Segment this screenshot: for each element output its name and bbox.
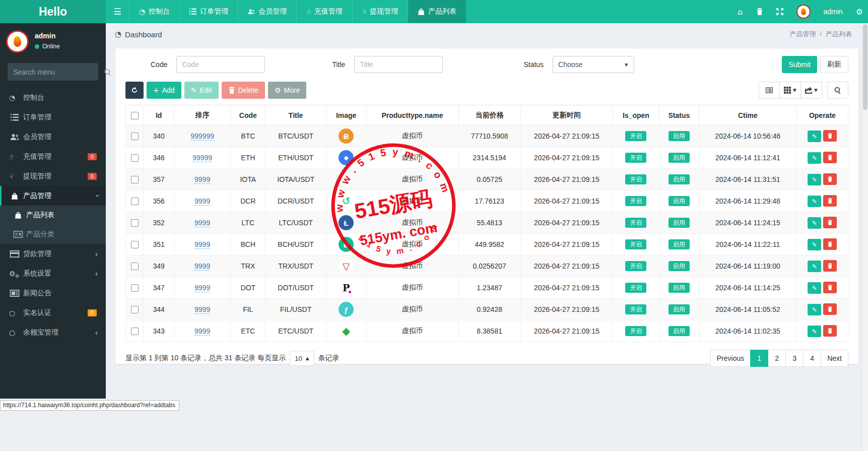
refresh-filter-button[interactable]: 刷新 (820, 56, 848, 73)
row-delete-button[interactable] (823, 238, 837, 250)
navbar-tab-2[interactable]: 订单管理 (179, 0, 238, 23)
navbar-tab-3[interactable]: 会员管理 (238, 0, 296, 23)
row-checkbox[interactable] (131, 284, 139, 292)
row-checkbox[interactable] (131, 154, 139, 162)
sort-value-link[interactable]: 9999 (194, 305, 210, 314)
search-icon[interactable] (104, 68, 111, 76)
breadcrumb-section[interactable]: 产品管理 (789, 30, 816, 39)
title-filter-input[interactable] (354, 56, 443, 73)
sort-value-link[interactable]: 9999 (194, 240, 210, 249)
page-button-next[interactable]: Next (821, 350, 848, 367)
row-checkbox[interactable] (131, 219, 139, 227)
add-button[interactable]: +Add (147, 82, 181, 99)
row-checkbox[interactable] (131, 306, 139, 313)
product-list-panel: Code Title Status Choose ▼ Submit 刷新 +Ad… (115, 48, 859, 364)
export-button[interactable]: ▼ (801, 82, 822, 99)
sidebar-item-3[interactable]: 会员管理 (0, 127, 106, 147)
sort-value-link[interactable]: 9999 (194, 197, 210, 206)
row-checkbox[interactable] (131, 176, 139, 183)
sort-value-link[interactable]: 9999 (194, 327, 210, 336)
sidebar-item-2[interactable]: 订单管理 (0, 107, 106, 127)
sidebar-item-6[interactable]: 产品管理‹ (0, 186, 106, 206)
row-edit-button[interactable]: ✎ (808, 282, 821, 294)
select-all-checkbox[interactable] (131, 112, 139, 119)
row-edit-button[interactable]: ✎ (808, 152, 821, 164)
search-toggle-button[interactable] (827, 82, 848, 99)
row-checkbox[interactable] (131, 263, 139, 270)
sidebar-search-input[interactable] (13, 68, 104, 76)
row-edit-button[interactable]: ✎ (808, 326, 821, 337)
sidebar-item-label: 会员管理 (23, 133, 100, 142)
sidebar-item-7[interactable]: 贷款管理‹ (0, 244, 106, 264)
row-edit-button[interactable]: ✎ (808, 174, 821, 185)
scrollbar-thumb[interactable] (863, 24, 867, 110)
sidebar-item-8[interactable]: ⚙⚙系统设置‹ (0, 264, 106, 283)
refresh-table-button[interactable] (125, 82, 144, 99)
sidebar-subitem-1[interactable]: 产品列表 (0, 206, 106, 225)
page-button-4[interactable]: 4 (803, 350, 821, 367)
brand-logo[interactable]: Hello (0, 0, 106, 23)
user-avatar[interactable] (796, 5, 811, 19)
row-delete-button[interactable] (823, 217, 837, 228)
code-filter-input[interactable] (176, 56, 265, 73)
cell-sort: 9999 (174, 255, 231, 277)
sidebar-item-10[interactable]: ○实名认证0 (0, 303, 106, 323)
sort-value-link[interactable]: 99999 (192, 154, 212, 162)
row-edit-button[interactable]: ✎ (808, 131, 821, 142)
row-edit-button[interactable]: ✎ (808, 261, 821, 272)
sort-value-link[interactable]: 9999 (194, 284, 210, 292)
row-delete-button[interactable] (823, 325, 837, 337)
page-button-2[interactable]: 2 (768, 350, 786, 367)
row-delete-button[interactable] (823, 173, 837, 185)
user-settings-gear-icon[interactable]: ⚙ (856, 7, 863, 17)
row-edit-button[interactable]: ✎ (808, 196, 821, 207)
is-open-badge: 开启 (625, 131, 646, 141)
page-button-3[interactable]: 3 (785, 350, 804, 367)
home-icon[interactable]: ⌂ (738, 7, 743, 17)
fullscreen-icon[interactable] (776, 8, 783, 16)
row-delete-button[interactable] (823, 130, 837, 142)
username[interactable]: admin (824, 8, 843, 16)
sort-value-link[interactable]: 9999 (194, 262, 210, 271)
row-edit-button[interactable]: ✎ (808, 239, 821, 250)
scrollbar[interactable] (862, 23, 868, 451)
sidebar-item-5[interactable]: ☟提现管理0 (0, 166, 106, 186)
sort-value-link[interactable]: 9999 (194, 219, 210, 227)
sidebar-item-9[interactable]: 新闻公告 (0, 283, 106, 303)
row-edit-button[interactable]: ✎ (808, 217, 821, 229)
navbar-tab-1[interactable]: ◔控制台 (129, 0, 179, 23)
page-button-previous[interactable]: Previous (710, 350, 751, 367)
status-filter-select[interactable]: Choose ▼ (553, 56, 634, 73)
row-delete-button[interactable] (823, 282, 837, 293)
navbar-tab-4[interactable]: ☝充值管理 (296, 0, 352, 23)
edit-button-toolbar[interactable]: ✎Edit (184, 82, 219, 99)
row-edit-button[interactable]: ✎ (808, 304, 821, 315)
row-delete-button[interactable] (823, 260, 837, 272)
detail-view-button[interactable] (759, 82, 780, 99)
sidebar-item-1[interactable]: ◔控制台 (0, 88, 106, 107)
row-delete-button[interactable] (823, 152, 837, 163)
submit-button[interactable]: Submit (782, 56, 817, 73)
navbar-tab-5[interactable]: ☟提现管理 (352, 0, 408, 23)
sidebar-toggle-button[interactable]: ☰ (106, 0, 129, 23)
row-checkbox[interactable] (131, 328, 139, 335)
page-size-select[interactable]: 10 ▲ (290, 351, 314, 366)
row-checkbox[interactable] (131, 133, 139, 140)
page-button-1[interactable]: 1 (750, 350, 768, 367)
cell-status: 启用 (659, 299, 699, 320)
sidebar-item-11[interactable]: ○余额宝管理‹ (0, 323, 106, 342)
clear-cache-trash-icon[interactable] (756, 8, 763, 16)
navbar-tab-6[interactable]: 产品列表 (408, 0, 466, 23)
delete-button-toolbar[interactable]: Delete (222, 82, 265, 99)
more-button[interactable]: ⚙More (268, 82, 306, 99)
sidebar-item-4[interactable]: ☝充值管理0 (0, 147, 106, 166)
sort-value-link[interactable]: 999999 (190, 132, 214, 141)
row-checkbox[interactable] (131, 198, 139, 205)
row-delete-button[interactable] (823, 303, 837, 315)
trash-icon (827, 220, 833, 225)
row-delete-button[interactable] (823, 195, 837, 207)
sort-value-link[interactable]: 9999 (194, 175, 210, 184)
sidebar-subitem-2[interactable]: 产品分类 (0, 225, 106, 244)
row-checkbox[interactable] (131, 241, 139, 248)
columns-button[interactable]: ▼ (780, 82, 801, 99)
